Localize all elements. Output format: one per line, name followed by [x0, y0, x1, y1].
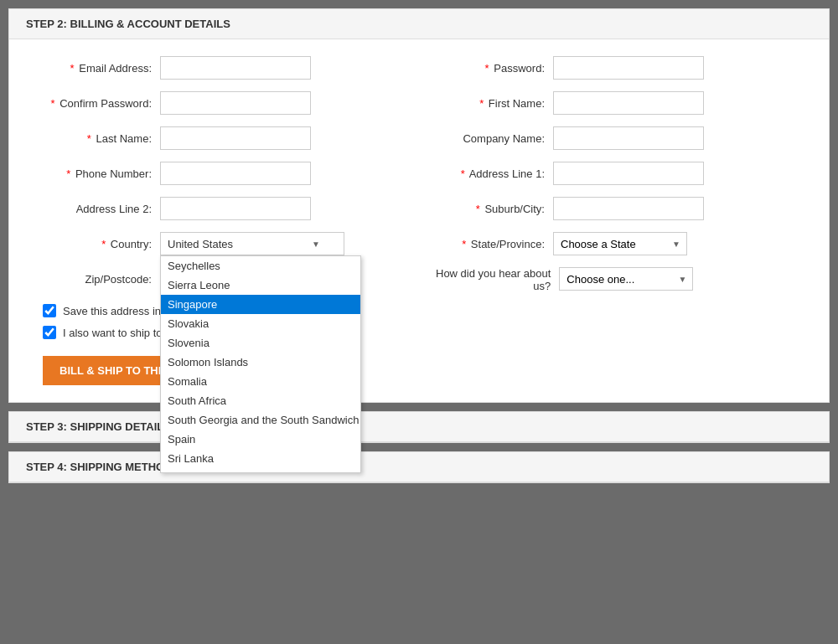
suburb-input[interactable]: [553, 197, 704, 220]
zip-hear-row: Zip/Postcode: How did you hear about us?…: [43, 267, 795, 292]
address1-label: * Address Line 1:: [436, 167, 553, 180]
confirm-password-label: * Confirm Password:: [43, 97, 160, 110]
country-group: * Country: United States ▼ SeychellesSie…: [43, 232, 402, 255]
email-group: * Email Address:: [43, 56, 402, 80]
email-required-star: *: [70, 62, 75, 75]
password-label: * Password:: [436, 62, 553, 75]
page-container: STEP 2: BILLING & ACCOUNT DETAILS * Emai…: [0, 0, 838, 500]
address1-input[interactable]: [553, 162, 704, 185]
phone-group: * Phone Number:: [43, 162, 402, 185]
step2-section: STEP 2: BILLING & ACCOUNT DETAILS * Emai…: [8, 8, 830, 403]
also-ship-checkbox[interactable]: [43, 326, 56, 339]
step4-header: STEP 4: SHIPPING METHOD: [9, 452, 829, 482]
country-select-display[interactable]: United States ▼: [160, 232, 344, 255]
company-name-label: Company Name:: [436, 132, 553, 145]
also-ship-row: I also want to ship to th: [43, 326, 795, 339]
company-name-input[interactable]: [553, 126, 704, 150]
zip-label: Zip/Postcode:: [43, 273, 160, 286]
state-select-wrapper: Choose a State ▼: [553, 232, 687, 255]
step2-header: STEP 2: BILLING & ACCOUNT DETAILS: [9, 9, 829, 39]
address2-group: Address Line 2:: [43, 197, 402, 220]
first-name-group: * First Name:: [436, 91, 795, 115]
phone-input[interactable]: [160, 162, 311, 185]
chevron-down-icon: ▼: [312, 240, 320, 249]
list-item[interactable]: Seychelles: [161, 256, 360, 276]
first-name-input[interactable]: [553, 91, 704, 115]
password-required-star: *: [485, 62, 489, 75]
save-address-row: Save this address in my: [43, 304, 795, 317]
list-item[interactable]: South Georgia and the South Sandwich Isl…: [161, 410, 360, 430]
address2-label: Address Line 2:: [43, 203, 160, 215]
step3-section: STEP 3: SHIPPING DETAILS: [8, 411, 830, 443]
email-input[interactable]: [160, 56, 311, 80]
email-password-row: * Email Address: * Password:: [43, 56, 795, 80]
list-item[interactable]: Sudan: [161, 468, 360, 473]
hear-select[interactable]: Choose one...: [559, 267, 693, 291]
hear-label: How did you hear about us?: [436, 267, 559, 292]
state-select[interactable]: Choose a State: [553, 232, 687, 255]
state-label: * State/Province:: [436, 238, 553, 250]
list-item[interactable]: Slovenia: [161, 333, 360, 353]
country-label: * Country:: [43, 238, 160, 250]
confirm-firstname-row: * Confirm Password: * First Name:: [43, 91, 795, 115]
address2-input[interactable]: [160, 197, 311, 220]
email-label: * Email Address:: [43, 62, 160, 75]
suburb-group: * Suburb/City:: [436, 197, 795, 220]
suburb-label: * Suburb/City:: [436, 203, 553, 215]
step4-section: STEP 4: SHIPPING METHOD: [8, 451, 830, 483]
step2-content: * Email Address: * Password:: [9, 39, 829, 402]
list-item[interactable]: Sierra Leone: [161, 276, 360, 295]
hear-select-wrapper: Choose one... ▼: [559, 267, 693, 291]
list-item[interactable]: Singapore: [161, 295, 360, 314]
last-name-input[interactable]: [160, 126, 311, 150]
last-name-label: * Last Name:: [43, 132, 160, 145]
password-group: * Password:: [436, 56, 795, 80]
save-address-checkbox[interactable]: [43, 304, 56, 317]
list-item[interactable]: Sri Lanka: [161, 449, 360, 468]
phone-address1-row: * Phone Number: * Address Line 1:: [43, 162, 795, 185]
step3-header: STEP 3: SHIPPING DETAILS: [9, 412, 829, 442]
list-item[interactable]: Spain: [161, 430, 360, 449]
also-ship-label: I also want to ship to th: [63, 327, 174, 339]
country-state-row: * Country: United States ▼ SeychellesSie…: [43, 232, 795, 255]
confirm-password-input[interactable]: [160, 91, 311, 115]
address2-suburb-row: Address Line 2: * Suburb/City:: [43, 197, 795, 220]
confirm-password-group: * Confirm Password:: [43, 91, 402, 115]
state-group: * State/Province: Choose a State ▼: [436, 232, 795, 255]
country-dropdown-container: United States ▼ SeychellesSierra LeoneSi…: [160, 232, 344, 255]
lastname-company-row: * Last Name: Company Name:: [43, 126, 795, 150]
address1-group: * Address Line 1:: [436, 162, 795, 185]
hear-group: How did you hear about us? Choose one...…: [436, 267, 795, 292]
country-dropdown-list[interactable]: SeychellesSierra LeoneSingaporeSlovakiaS…: [160, 255, 361, 473]
first-name-label: * First Name:: [436, 97, 553, 110]
phone-label: * Phone Number:: [43, 167, 160, 180]
list-item[interactable]: Slovakia: [161, 314, 360, 333]
company-name-group: Company Name:: [436, 126, 795, 150]
list-item[interactable]: Somalia: [161, 372, 360, 391]
last-name-group: * Last Name:: [43, 126, 402, 150]
list-item[interactable]: Solomon Islands: [161, 353, 360, 372]
list-item[interactable]: South Africa: [161, 391, 360, 410]
password-input[interactable]: [553, 56, 704, 80]
